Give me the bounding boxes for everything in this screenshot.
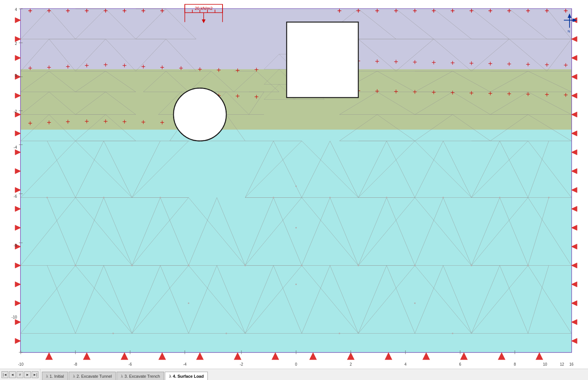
svg-point-566	[188, 265, 189, 266]
svg-marker-350	[234, 352, 241, 360]
svg-marker-357	[498, 352, 505, 360]
tab-surface-load[interactable]: λ 4. Surface Load	[165, 372, 208, 380]
svg-text:4: 4	[404, 362, 407, 366]
svg-point-572	[527, 265, 529, 266]
svg-marker-317	[15, 169, 21, 174]
svg-point-575	[160, 197, 161, 198]
tab-icon-2: λ	[73, 374, 75, 378]
nav-buttons: |◄ ◄ # ► ►|	[0, 369, 40, 380]
svg-point-570	[414, 265, 416, 266]
svg-marker-338	[571, 225, 577, 231]
tab-excavate-tunnel[interactable]: λ 2. Excavate Tunnel	[69, 372, 116, 380]
svg-point-584	[295, 284, 297, 285]
tab-icon-3: λ	[121, 374, 123, 378]
svg-marker-352	[309, 352, 317, 360]
svg-marker-323	[15, 282, 21, 287]
svg-marker-351	[272, 352, 279, 360]
svg-point-587	[112, 333, 114, 334]
svg-text:0: 0	[15, 74, 17, 78]
svg-point-568	[301, 265, 302, 266]
tab-excavate-trench[interactable]: λ 3. Excavate Trench	[117, 372, 164, 380]
svg-text:-4: -4	[183, 362, 187, 366]
tab-label-4: 4. Surface Load	[173, 374, 204, 378]
svg-text:-8: -8	[14, 243, 17, 248]
svg-point-589	[339, 333, 340, 334]
svg-marker-328	[571, 37, 577, 42]
svg-marker-355	[422, 352, 430, 360]
svg-point-565	[131, 265, 133, 266]
svg-text:-2: -2	[14, 109, 17, 114]
svg-marker-319	[15, 206, 21, 212]
svg-marker-322	[15, 263, 21, 268]
svg-text:16: 16	[569, 362, 574, 366]
prev-button[interactable]: ◄	[9, 371, 16, 378]
svg-marker-329	[571, 55, 577, 61]
svg-text:2: 2	[350, 362, 352, 366]
svg-marker-347	[121, 352, 128, 360]
tab-label-3: 3. Excavate Trench	[124, 374, 160, 378]
svg-marker-349	[196, 352, 204, 360]
first-button[interactable]: |◄	[2, 371, 8, 378]
svg-marker-333	[571, 131, 577, 136]
tab-initial[interactable]: λ 1. Initial	[42, 372, 68, 380]
svg-point-576	[273, 197, 274, 198]
svg-text:0: 0	[295, 362, 297, 366]
svg-marker-342	[571, 301, 577, 306]
svg-marker-318	[15, 188, 21, 193]
svg-point-567	[244, 265, 246, 266]
svg-marker-348	[158, 352, 166, 360]
svg-point-574	[103, 197, 104, 198]
svg-point-579	[442, 197, 444, 198]
svg-point-580	[499, 197, 500, 198]
tabs-container: λ 1. Initial λ 2. Excavate Tunnel λ 3. E…	[40, 369, 210, 380]
svg-marker-310	[15, 37, 21, 42]
svg-marker-345	[45, 352, 53, 360]
svg-marker-316	[15, 150, 21, 155]
svg-point-585	[188, 303, 189, 304]
number-button[interactable]: #	[17, 371, 23, 378]
svg-point-586	[414, 303, 416, 304]
svg-point-564	[75, 265, 76, 266]
svg-marker-354	[385, 352, 392, 360]
svg-marker-343	[571, 320, 577, 325]
svg-marker-325	[15, 320, 21, 325]
svg-marker-344	[571, 338, 577, 344]
bottom-bar: |◄ ◄ # ► ►| λ 1. Initial λ 2. Excavate T…	[0, 369, 588, 380]
svg-marker-315	[15, 131, 21, 136]
svg-text:-10: -10	[12, 315, 17, 319]
svg-marker-358	[536, 352, 543, 360]
svg-point-569	[358, 265, 359, 266]
svg-text:N: N	[568, 29, 570, 33]
main-container: 20 kN/m2 N 4 2	[0, 0, 588, 380]
svg-text:10: 10	[543, 362, 547, 366]
tab-label-1: 1. Initial	[50, 374, 64, 378]
tab-icon-4: λ	[169, 374, 171, 378]
svg-point-573	[46, 197, 48, 198]
svg-marker-311	[15, 55, 21, 61]
svg-marker-339	[571, 244, 577, 249]
svg-marker-309	[15, 18, 21, 23]
svg-point-590	[452, 333, 453, 334]
svg-point-577	[329, 197, 331, 198]
fem-diagram: 20 kN/m2 N 4 2	[0, 0, 588, 369]
svg-rect-507	[287, 22, 358, 98]
svg-text:20 kN/m2: 20 kN/m2	[195, 6, 212, 11]
svg-marker-340	[571, 263, 577, 268]
svg-text:-6: -6	[129, 362, 132, 366]
svg-marker-330	[571, 74, 577, 80]
svg-marker-331	[571, 93, 577, 98]
svg-marker-335	[571, 169, 577, 174]
svg-point-582	[295, 186, 297, 187]
next-button[interactable]: ►	[24, 371, 31, 378]
svg-text:-2: -2	[240, 362, 243, 366]
svg-point-571	[471, 265, 472, 266]
svg-text:6: 6	[459, 362, 461, 366]
svg-text:-4: -4	[14, 145, 17, 149]
svg-text:12: 12	[560, 362, 564, 366]
svg-marker-324	[15, 301, 21, 306]
svg-marker-336	[571, 188, 577, 193]
last-button[interactable]: ►|	[32, 371, 38, 378]
tab-label-2: 2. Excavate Tunnel	[77, 374, 112, 378]
svg-point-578	[386, 197, 387, 198]
svg-text:-6: -6	[14, 194, 17, 198]
